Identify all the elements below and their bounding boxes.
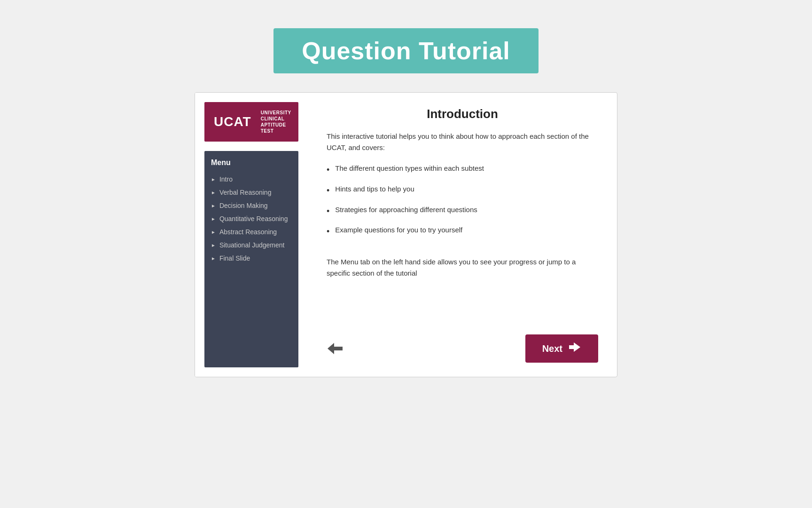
- bullet-item-1: • The different question types within ea…: [327, 163, 598, 177]
- sidebar-item-label-situational: Situational Judgement: [219, 241, 285, 249]
- sidebar-item-verbal[interactable]: ► Verbal Reasoning: [211, 186, 292, 199]
- arrow-icon-decision: ►: [211, 203, 216, 208]
- sidebar-item-label-decision: Decision Making: [219, 202, 268, 209]
- bullet-dot-2: •: [327, 184, 329, 198]
- next-label: Next: [542, 343, 562, 354]
- bullet-dot-1: •: [327, 163, 329, 177]
- bullet-text-3: Strategies for approaching different que…: [335, 204, 477, 215]
- bullet-item-3: • Strategies for approaching different q…: [327, 204, 598, 218]
- bullet-dot-4: •: [327, 225, 329, 238]
- sidebar-item-intro[interactable]: ► Intro: [211, 173, 292, 186]
- sidebar-item-label-quantitative: Quantitative Reasoning: [219, 215, 288, 222]
- arrow-icon-quantitative: ►: [211, 216, 216, 222]
- sidebar-item-decision[interactable]: ► Decision Making: [211, 199, 292, 212]
- arrow-icon-verbal: ►: [211, 190, 216, 195]
- ucat-brand: UCAT: [214, 114, 251, 129]
- bullet-text-2: Hints and tips to help you: [335, 183, 414, 195]
- ucat-logo: UCAT UNIVERSITY CLINICAL APTITUDE TEST: [204, 102, 298, 142]
- bullet-item-2: • Hints and tips to help you: [327, 183, 598, 198]
- sidebar: UCAT UNIVERSITY CLINICAL APTITUDE TEST M…: [195, 93, 308, 377]
- ucat-subtitle: UNIVERSITY CLINICAL APTITUDE TEST: [261, 110, 291, 134]
- arrow-icon-intro: ►: [211, 177, 216, 182]
- main-container: UCAT UNIVERSITY CLINICAL APTITUDE TEST M…: [195, 92, 617, 377]
- bullet-text-1: The different question types within each…: [335, 163, 484, 174]
- content-intro: This interactive tutorial helps you to t…: [327, 131, 598, 153]
- page-title: Question Tutorial: [302, 37, 510, 65]
- content-area: Introduction This interactive tutorial h…: [308, 93, 617, 377]
- content-title: Introduction: [327, 107, 598, 121]
- sidebar-menu: Menu ► Intro ► Verbal Reasoning ► Decisi…: [204, 151, 298, 367]
- sidebar-item-quantitative[interactable]: ► Quantitative Reasoning: [211, 212, 292, 225]
- sidebar-item-abstract[interactable]: ► Abstract Reasoning: [211, 225, 292, 238]
- sidebar-item-final[interactable]: ► Final Slide: [211, 252, 292, 265]
- sidebar-item-label-intro: Intro: [219, 175, 233, 183]
- next-button[interactable]: Next: [525, 334, 598, 363]
- bullet-item-4: • Example questions for you to try yours…: [327, 224, 598, 238]
- sidebar-item-situational[interactable]: ► Situational Judgement: [211, 238, 292, 252]
- sidebar-item-label-final: Final Slide: [219, 254, 250, 262]
- navigation-row: Next: [327, 330, 598, 363]
- bullet-text-4: Example questions for you to try yoursel…: [335, 224, 462, 236]
- page-title-banner: Question Tutorial: [273, 28, 539, 73]
- back-button[interactable]: [327, 342, 344, 355]
- sidebar-item-label-verbal: Verbal Reasoning: [219, 189, 272, 196]
- next-arrow-icon: [568, 342, 581, 355]
- arrow-icon-situational: ►: [211, 243, 216, 248]
- back-arrow-icon: [327, 342, 344, 355]
- content-footer-text: The Menu tab on the left hand side allow…: [327, 256, 598, 279]
- svg-marker-0: [328, 343, 343, 354]
- arrow-icon-final: ►: [211, 256, 216, 261]
- bullet-list: • The different question types within ea…: [327, 163, 598, 245]
- menu-title: Menu: [211, 159, 292, 167]
- bullet-dot-3: •: [327, 205, 329, 218]
- sidebar-item-label-abstract: Abstract Reasoning: [219, 228, 277, 236]
- arrow-icon-abstract: ►: [211, 230, 216, 235]
- svg-marker-1: [569, 342, 580, 352]
